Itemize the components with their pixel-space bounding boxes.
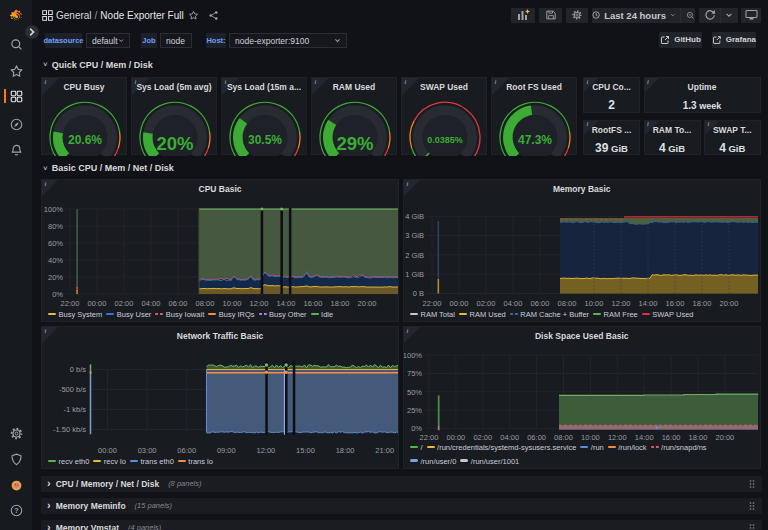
svg-text:09:00: 09:00 (217, 446, 236, 455)
svg-text:20:00: 20:00 (720, 299, 739, 308)
svg-text:04:00: 04:00 (142, 299, 161, 308)
svg-text:14:00: 14:00 (277, 299, 296, 308)
svg-text:10:00: 10:00 (581, 433, 600, 442)
svg-text:21:00: 21:00 (375, 446, 394, 455)
svg-text:0.0385%: 0.0385% (427, 135, 463, 145)
svg-text:25%: 25% (407, 406, 422, 415)
svg-text:16:00: 16:00 (666, 299, 685, 308)
svg-text:10:00: 10:00 (223, 299, 242, 308)
svg-text:14:00: 14:00 (639, 299, 658, 308)
svg-text:22:00: 22:00 (423, 299, 442, 308)
svg-text:12:00: 12:00 (250, 299, 269, 308)
svg-text:-1 kb/s: -1 kb/s (63, 405, 86, 414)
svg-text:0%: 0% (52, 290, 63, 299)
svg-text:0%: 0% (411, 424, 422, 433)
svg-text:06:00: 06:00 (177, 446, 196, 455)
svg-text:18:00: 18:00 (693, 299, 712, 308)
svg-text:03:00: 03:00 (138, 446, 157, 455)
svg-text:00:00: 00:00 (447, 433, 466, 442)
svg-text:00:00: 00:00 (98, 446, 117, 455)
svg-text:20%: 20% (156, 133, 193, 154)
svg-text:02:00: 02:00 (115, 299, 134, 308)
svg-text:100%: 100% (404, 351, 422, 360)
svg-text:-1.50 kb/s: -1.50 kb/s (53, 425, 86, 434)
svg-text:22:00: 22:00 (61, 299, 80, 308)
svg-text:60%: 60% (48, 239, 63, 248)
svg-text:12:00: 12:00 (608, 433, 627, 442)
svg-text:18:00: 18:00 (336, 446, 355, 455)
svg-text:00:00: 00:00 (88, 299, 107, 308)
svg-text:100%: 100% (44, 205, 64, 214)
svg-text:06:00: 06:00 (527, 433, 546, 442)
svg-text:20%: 20% (48, 273, 63, 282)
svg-text:12:00: 12:00 (612, 299, 631, 308)
svg-text:50%: 50% (407, 388, 422, 397)
svg-text:20:00: 20:00 (358, 299, 377, 308)
svg-text:10:00: 10:00 (585, 299, 604, 308)
svg-text:02:00: 02:00 (473, 433, 492, 442)
svg-text:20.6%: 20.6% (68, 133, 102, 147)
svg-text:75%: 75% (407, 369, 422, 378)
svg-text:20:00: 20:00 (716, 433, 735, 442)
svg-text:08:00: 08:00 (554, 433, 573, 442)
svg-text:29%: 29% (336, 133, 373, 154)
svg-text:?: ? (14, 507, 18, 515)
svg-text:18:00: 18:00 (689, 433, 708, 442)
svg-text:30.5%: 30.5% (248, 133, 282, 147)
svg-text:06:00: 06:00 (531, 299, 550, 308)
svg-text:40%: 40% (48, 256, 63, 265)
svg-text:1 GiB: 1 GiB (405, 270, 424, 279)
svg-text:04:00: 04:00 (500, 433, 519, 442)
svg-text:0 b/s: 0 b/s (70, 365, 87, 374)
svg-text:04:00: 04:00 (504, 299, 523, 308)
svg-text:0 B: 0 B (413, 289, 424, 298)
svg-text:00:00: 00:00 (450, 299, 469, 308)
svg-text:16:00: 16:00 (304, 299, 323, 308)
svg-text:16:00: 16:00 (662, 433, 681, 442)
svg-text:06:00: 06:00 (169, 299, 188, 308)
svg-text:22:00: 22:00 (420, 433, 439, 442)
svg-text:-500 b/s: -500 b/s (59, 385, 86, 394)
svg-text:08:00: 08:00 (196, 299, 215, 308)
svg-text:80%: 80% (48, 222, 63, 231)
svg-text:18:00: 18:00 (331, 299, 350, 308)
svg-text:4 GiB: 4 GiB (405, 212, 424, 221)
svg-text:08:00: 08:00 (558, 299, 577, 308)
svg-text:12:00: 12:00 (257, 446, 276, 455)
svg-text:02:00: 02:00 (477, 299, 496, 308)
svg-text:14:00: 14:00 (635, 433, 654, 442)
svg-text:47.3%: 47.3% (518, 133, 552, 147)
svg-text:15:00: 15:00 (296, 446, 315, 455)
svg-text:2 GiB: 2 GiB (405, 251, 424, 260)
svg-text:3 GiB: 3 GiB (405, 231, 424, 240)
